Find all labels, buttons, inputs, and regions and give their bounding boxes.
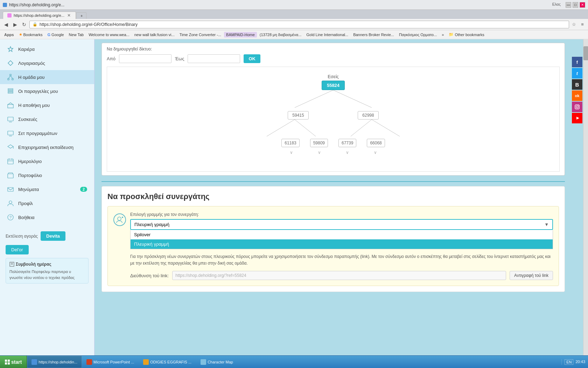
copy-link-btn[interactable]: Αντιγραφή τού link xyxy=(510,271,553,280)
node-59809[interactable]: 59809 xyxy=(310,139,328,147)
option-spilover[interactable]: Spilover xyxy=(131,230,553,239)
tab-favicon-icon xyxy=(7,13,12,18)
facebook-btn[interactable]: f xyxy=(572,57,582,67)
sidebar-item-help[interactable]: ? Βοήθεια xyxy=(0,210,94,224)
taskbar-right: EN 20:43 xyxy=(561,359,588,365)
svg-line-34 xyxy=(372,120,400,136)
page-wrapper: Καριέρα Λογαριασμός Η ομάδα μου xyxy=(0,39,588,368)
link-row: Διεύθυνση τού link: Αντιγραφή τού link xyxy=(130,271,553,280)
tree-connectors-1 xyxy=(242,90,424,111)
sidebar-item-apothiki[interactable]: Η αποθήκη μου xyxy=(0,98,94,112)
wallet-label: Πορτοφόλιο xyxy=(18,173,87,178)
node-66068[interactable]: 66068 xyxy=(367,139,385,147)
set-label: Σετ προγραμμάτων xyxy=(18,131,87,136)
start-label: start xyxy=(11,359,22,365)
title-bar: https://shop.deholding.org/e... Ελας — □… xyxy=(0,0,588,10)
sidebar-item-omada[interactable]: Η ομάδα μου xyxy=(0,70,94,84)
bm-gold[interactable]: Gold Line International... xyxy=(304,32,350,38)
forward-btn[interactable]: ▶ xyxy=(11,21,19,28)
bm-apps[interactable]: Apps xyxy=(2,32,16,38)
svg-line-29 xyxy=(295,90,333,108)
option-pleuriki[interactable]: Πλευρική γραμμή xyxy=(131,239,553,249)
link-input[interactable] xyxy=(172,271,506,280)
scroll-thumb[interactable] xyxy=(583,46,588,60)
delor-btn[interactable]: Del'or xyxy=(6,245,29,254)
sidebar-item-syskeyes[interactable]: Συσκευές xyxy=(0,112,94,126)
bm-new-tab[interactable]: New Tab xyxy=(67,32,86,38)
bm-wall-talk[interactable]: new wall talk:fusion vi... xyxy=(132,32,177,38)
youtube-btn[interactable] xyxy=(572,113,582,123)
address-bar[interactable]: 🔒 https://shop.deholding.org/el-GR/Offic… xyxy=(29,21,569,28)
menu-icon[interactable]: ≡ xyxy=(579,21,586,28)
sidebar-item-paraggelies[interactable]: Οι παραγγελίες μου xyxy=(0,84,94,98)
kariera-label: Καριέρα xyxy=(18,47,87,52)
sidebar-item-calendar[interactable]: Ημερολόγιο xyxy=(0,154,94,168)
instagram-btn[interactable] xyxy=(572,102,582,112)
sidebar-item-messages[interactable]: Μηνύματα 2 xyxy=(0,182,94,196)
taskbar-item-odigies[interactable]: ODIGIES EGGRAFIS ... xyxy=(139,356,196,368)
sidebar-item-logariasmos[interactable]: Λογαριασμός xyxy=(0,56,94,70)
ok-btn[interactable]: ΟΚ xyxy=(244,54,260,63)
close-btn[interactable]: ✕ xyxy=(580,2,585,8)
social-sidebar: f t B ok xyxy=(572,39,583,368)
bm-welcome[interactable]: Welcome to www.wea... xyxy=(86,32,132,38)
node-62998[interactable]: 62998 xyxy=(358,111,379,120)
bm-timezone[interactable]: Time Zone Converter -... xyxy=(177,32,223,38)
node-59415[interactable]: 59415 xyxy=(288,111,309,120)
taskbar-item-ppt[interactable]: Microsoft PowerPoint ... xyxy=(82,356,139,368)
back-btn[interactable]: ◀ xyxy=(2,21,10,28)
tab-close-btn[interactable]: ✕ xyxy=(66,13,71,18)
node-67739[interactable]: 67739 xyxy=(338,139,356,147)
twitter-btn[interactable]: t xyxy=(572,68,582,79)
minimize-btn[interactable]: — xyxy=(566,2,571,8)
taskbar-item-charmap[interactable]: Character Map xyxy=(196,356,238,368)
refresh-btn[interactable]: ↻ xyxy=(20,21,28,28)
bm-pagkosmios[interactable]: Παγκόσμιος Ορματο... xyxy=(397,32,439,38)
tree-diagram: Εσείς 55824 59415 62998 xyxy=(107,67,560,172)
calendar-icon xyxy=(7,158,14,165)
start-button[interactable]: start xyxy=(0,356,27,368)
tab-bar: https://shop.deholding.org/e... ✕ + xyxy=(0,10,588,19)
bm-more[interactable]: » xyxy=(440,32,446,38)
link-label: Διεύθυνση τού link: xyxy=(130,273,169,278)
to-input[interactable] xyxy=(188,54,240,63)
sidebar-item-set[interactable]: Σετ προγραμμάτων xyxy=(0,126,94,140)
logariasmos-label: Λογαριασμός xyxy=(18,61,87,66)
devita-btn[interactable]: Devita xyxy=(41,231,65,241)
bm-bampaid[interactable]: BAMPAID-Home xyxy=(224,32,257,38)
sidebar-item-kariera[interactable]: Καριέρα xyxy=(0,42,94,56)
star-bookmark-icon[interactable]: ☆ xyxy=(570,21,578,28)
messages-badge: 2 xyxy=(80,187,87,192)
bm-unread[interactable]: (13728 μη διαβασμένα... xyxy=(258,32,304,38)
svg-point-39 xyxy=(576,106,578,108)
taskbar-item-browser[interactable]: https://shop.deholdin... xyxy=(27,356,82,368)
bm-other[interactable]: 📁 Other bookmarks xyxy=(447,32,486,38)
blogger-btn[interactable]: B xyxy=(572,79,582,90)
bm-banners[interactable]: Banners Broker Revie... xyxy=(351,32,396,38)
from-input[interactable] xyxy=(119,54,172,63)
sidebar-item-wallet[interactable]: Πορτοφόλιο xyxy=(0,168,94,182)
svg-point-40 xyxy=(578,105,579,106)
sidebar-item-edu[interactable]: Επιχειρηματική εκπαίδευση xyxy=(0,140,94,154)
title-bar-text: https://shop.deholding.org/e... xyxy=(9,2,552,7)
star-icon: ★ xyxy=(19,32,22,37)
odnoklassniki-btn[interactable]: ok xyxy=(572,90,582,101)
root-node[interactable]: 55824 xyxy=(322,81,345,90)
restore-btn[interactable]: □ xyxy=(573,2,578,8)
url-text: https://shop.deholding.org/el-GR/Office/… xyxy=(40,22,138,27)
svg-rect-44 xyxy=(5,362,7,364)
wallet-icon xyxy=(7,172,14,179)
bm-bookmarks[interactable]: ★ Bookmarks xyxy=(17,32,45,38)
bm-google[interactable]: G Google xyxy=(46,32,66,38)
section-separator xyxy=(102,181,565,182)
line-select-box[interactable]: Πλευρική γραμμή ▼ xyxy=(130,219,553,230)
scrollbar[interactable] xyxy=(583,39,588,368)
node-61183[interactable]: 61183 xyxy=(281,139,299,147)
active-tab[interactable]: https://shop.deholding.org/e... ✕ xyxy=(3,12,76,19)
svg-marker-41 xyxy=(576,117,579,120)
sidebar-item-profile[interactable]: Προφίλ xyxy=(0,196,94,210)
from-label: Από xyxy=(107,56,115,61)
new-tab-btn[interactable]: + xyxy=(76,12,86,19)
select-value: Πλευρική γραμμή xyxy=(134,222,169,227)
svg-line-6 xyxy=(10,76,13,79)
